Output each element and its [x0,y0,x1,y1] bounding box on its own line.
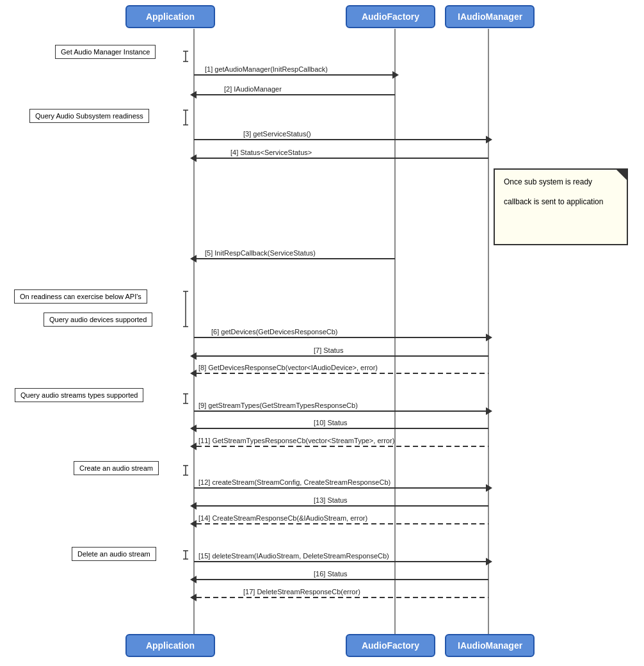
iAudioManager-bottom-lifeline: IAudioManager [445,634,535,657]
svg-text:[11] GetStreamTypesResponseCb(: [11] GetStreamTypesResponseCb(vector<Str… [198,437,394,444]
svg-marker-28 [486,407,492,415]
svg-text:[5] InitRespCallback(ServiceSt: [5] InitRespCallback(ServiceStatus) [205,249,316,257]
svg-marker-10 [486,136,492,143]
iAudioManager-top-lifeline: IAudioManager [445,5,535,28]
svg-text:[9] getStreamTypes(GetStreamTy: [9] getStreamTypes(GetStreamTypesRespons… [198,402,358,409]
svg-marker-4 [392,71,399,79]
svg-marker-22 [190,352,197,360]
svg-marker-25 [190,370,197,377]
audioFactory-top-lifeline: AudioFactory [346,5,435,28]
svg-marker-40 [190,502,197,510]
svg-marker-43 [190,520,197,528]
note-subsystem-ready: Once sub system is ready callback is sen… [494,168,628,245]
svg-marker-34 [190,443,197,450]
svg-marker-19 [486,334,492,341]
application-bottom-lifeline: Application [125,634,215,657]
svg-marker-46 [486,558,492,565]
svg-marker-31 [190,425,197,432]
svg-marker-52 [190,594,197,601]
svg-marker-7 [190,91,197,99]
annotation-query-devices: Query audio devices supported [44,313,152,327]
annotation-on-readiness: On readiness can exercise below API's [14,289,147,304]
svg-text:[4] Status<ServiceStatus>: [4] Status<ServiceStatus> [230,149,312,156]
svg-text:[2] IAudioManager: [2] IAudioManager [224,85,282,93]
annotation-query-streams: Query audio streams types supported [15,388,143,402]
svg-text:[12] createStream(StreamConfig: [12] createStream(StreamConfig, CreateSt… [198,478,390,486]
svg-text:[6] getDevices(GetDevicesRespo: [6] getDevices(GetDevicesResponseCb) [211,328,337,336]
svg-text:[15] deleteStream(IAudioStream: [15] deleteStream(IAudioStream, DeleteSt… [198,552,389,560]
annotation-delete-stream: Delete an audio stream [72,547,156,561]
svg-text:[7] Status: [7] Status [314,346,344,354]
svg-marker-16 [190,255,197,263]
diagram-container: [1] getAudioManager(InitRespCallback) [2… [0,0,644,666]
note-line1: Once sub system is ready [504,176,618,188]
svg-marker-37 [486,484,492,492]
audioFactory-bottom-lifeline: AudioFactory [346,634,435,657]
svg-text:[8] GetDevicesResponseCb(vecto: [8] GetDevicesResponseCb(vector<IAudioDe… [198,364,378,371]
svg-text:[13] Status: [13] Status [314,496,348,504]
svg-text:[17] DeleteStreamResponseCb(er: [17] DeleteStreamResponseCb(error) [243,588,360,596]
annotation-query-subsystem: Query Audio Subsystem readiness [29,109,149,123]
svg-text:[10] Status: [10] Status [314,419,348,426]
svg-text:[14] CreateStreamResponseCb(&I: [14] CreateStreamResponseCb(&IAudioStrea… [198,514,367,522]
svg-text:[16] Status: [16] Status [314,570,348,578]
note-line2: callback is sent to application [504,196,618,208]
svg-marker-13 [190,154,197,162]
annotation-get-audio-manager: Get Audio Manager Instance [55,45,156,59]
annotation-create-stream: Create an audio stream [74,461,159,475]
svg-text:[1] getAudioManager(InitRespCa: [1] getAudioManager(InitRespCallback) [205,65,328,73]
svg-text:[3] getServiceStatus(): [3] getServiceStatus() [243,130,311,138]
svg-marker-49 [190,576,197,583]
application-top-lifeline: Application [125,5,215,28]
